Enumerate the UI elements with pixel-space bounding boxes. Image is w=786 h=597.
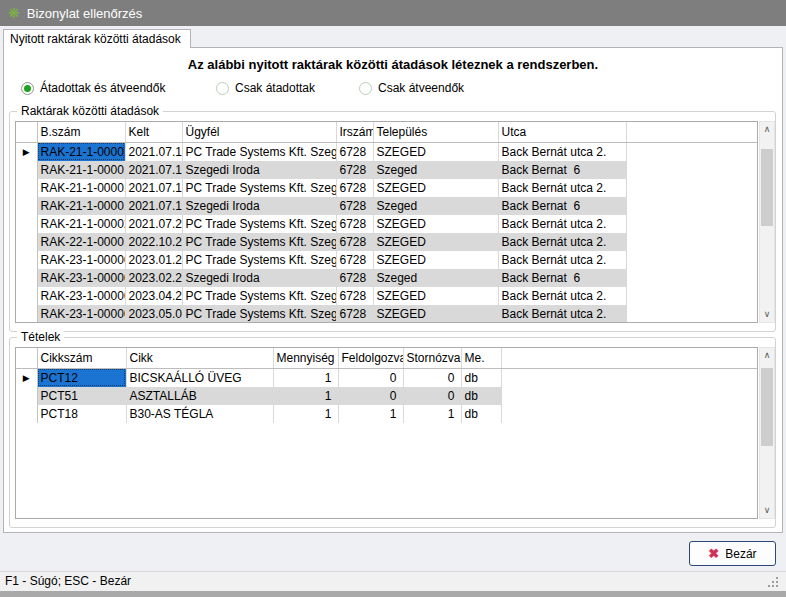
table-row[interactable]: RAK-21-1-0000162021.07.19Szegedi Iroda67… [16, 161, 757, 179]
table-cell[interactable]: Back Bernát utca 2. [498, 287, 626, 305]
table-row[interactable]: ▶PCT12BICSKAÁLLÓ ÜVEG100db [16, 368, 757, 387]
table-cell[interactable]: 2023.01.20 [125, 251, 182, 269]
table-cell[interactable]: 2023.04.20 [125, 287, 182, 305]
table-row[interactable]: PCT51ASZTALLÁB100db [16, 387, 757, 405]
table-row[interactable]: RAK-22-1-0000162022.10.24PC Trade System… [16, 233, 757, 251]
table-cell[interactable]: 1 [273, 405, 338, 423]
table-cell[interactable]: Back Bernát utca 2. [498, 179, 626, 197]
table-cell[interactable]: SZEGED [373, 251, 498, 269]
table-cell[interactable]: 6728 [336, 161, 373, 179]
table-cell[interactable]: 2021.07.19 [125, 179, 182, 197]
table-cell[interactable]: 1 [273, 387, 338, 405]
table-row[interactable]: RAK-21-1-0000192021.07.19Szegedi Iroda67… [16, 197, 757, 215]
table-cell[interactable]: PCT12 [37, 368, 126, 387]
table-cell[interactable]: RAK-21-1-000016 [37, 161, 125, 179]
table-cell[interactable]: 6728 [336, 251, 373, 269]
table-row[interactable]: PCT18B30-AS TÉGLA111db [16, 405, 757, 423]
title-bar[interactable]: ❋ Bizonylat ellenőrzés [0, 0, 786, 26]
table-cell[interactable]: SZEGED [373, 305, 498, 323]
column-header[interactable]: Feldolgozva [338, 348, 403, 368]
table-row[interactable]: RAK-21-1-0000232021.07.20PC Trade System… [16, 215, 757, 233]
table-cell[interactable]: 0 [403, 387, 461, 405]
table-cell[interactable]: 6728 [336, 269, 373, 287]
table-cell[interactable]: RAK-21-1-000019 [37, 197, 125, 215]
table-cell[interactable]: SZEGED [373, 142, 498, 161]
table-cell[interactable]: RAK-23-1-000001 [37, 251, 125, 269]
table-row[interactable]: RAK-23-1-0000022023.02.20Szegedi Iroda67… [16, 269, 757, 287]
table-cell[interactable]: RAK-23-1-000002 [37, 269, 125, 287]
table-cell[interactable]: Back Bernat 6 [498, 197, 626, 215]
items-grid[interactable]: CikkszámCikkMennyiségFeldolgozvaStornózv… [15, 347, 758, 519]
table-cell[interactable]: 2022.10.24 [125, 233, 182, 251]
table-cell[interactable]: Szeged [373, 197, 498, 215]
table-cell[interactable]: Back Bernát utca 2. [498, 233, 626, 251]
table-cell[interactable]: 2021.07.19 [125, 197, 182, 215]
table-cell[interactable]: Szegedi Iroda [182, 161, 336, 179]
resize-grip-icon[interactable] [776, 585, 778, 587]
table-cell[interactable]: 1 [403, 405, 461, 423]
column-header[interactable]: Irszám [336, 122, 373, 142]
table-cell[interactable]: PC Trade Systems Kft. Szeged k [182, 287, 336, 305]
scrollbar-thumb[interactable] [761, 149, 773, 226]
table-cell[interactable]: 6728 [336, 197, 373, 215]
column-header[interactable]: Stornózva [403, 348, 461, 368]
table-row[interactable]: RAK-21-1-0000182021.07.19PC Trade System… [16, 179, 757, 197]
table-cell[interactable]: SZEGED [373, 179, 498, 197]
table-cell[interactable]: RAK-21-1-000011 [37, 142, 125, 161]
table-cell[interactable]: Back Bernát utca 2. [498, 305, 626, 323]
table-cell[interactable]: PC Trade Systems Kft. Szeged k [182, 251, 336, 269]
table-cell[interactable]: B30-AS TÉGLA [126, 405, 273, 423]
table-cell[interactable]: PC Trade Systems Kft. Szeged k [182, 305, 336, 323]
scroll-up-icon[interactable]: ∧ [760, 348, 774, 363]
table-row[interactable]: RAK-23-1-0000012023.01.20PC Trade System… [16, 251, 757, 269]
table-cell[interactable]: SZEGED [373, 233, 498, 251]
tab-open-warehouse-transfers[interactable]: Nyitott raktárak közötti átadások [3, 29, 191, 48]
column-header[interactable]: B.szám [37, 122, 125, 142]
table-cell[interactable]: PCT18 [37, 405, 126, 423]
table-cell[interactable]: PC Trade Systems Kft. Szeged k [182, 215, 336, 233]
transfers-grid[interactable]: B.számKeltÜgyfélIrszámTelepülésUtca▶RAK-… [15, 121, 758, 323]
column-header[interactable]: Cikkszám [37, 348, 126, 368]
table-cell[interactable]: PC Trade Systems Kft. Szeged k [182, 142, 336, 161]
scroll-down-icon[interactable]: ∨ [760, 503, 774, 518]
table-cell[interactable]: db [461, 387, 501, 405]
column-header[interactable]: Cikk [126, 348, 273, 368]
table-cell[interactable]: PCT51 [37, 387, 126, 405]
table-row[interactable]: RAK-23-1-0000032023.04.20PC Trade System… [16, 287, 757, 305]
table-cell[interactable]: 0 [338, 368, 403, 387]
table-cell[interactable]: 6728 [336, 305, 373, 323]
table-cell[interactable]: 2021.07.19 [125, 142, 182, 161]
table-cell[interactable]: 6728 [336, 215, 373, 233]
table-cell[interactable]: ASZTALLÁB [126, 387, 273, 405]
column-header[interactable]: Település [373, 122, 498, 142]
table-cell[interactable]: Back Bernát utca 2. [498, 142, 626, 161]
table-cell[interactable]: 2021.07.20 [125, 215, 182, 233]
table-cell[interactable]: Szeged [373, 161, 498, 179]
table-cell[interactable]: Back Bernát utca 2. [498, 251, 626, 269]
table-cell[interactable]: 6728 [336, 287, 373, 305]
table-cell[interactable]: db [461, 405, 501, 423]
column-header[interactable]: Mennyiség [273, 348, 338, 368]
table-cell[interactable]: RAK-21-1-000018 [37, 179, 125, 197]
table-cell[interactable]: 2023.02.20 [125, 269, 182, 287]
scrollbar-thumb[interactable] [761, 368, 773, 446]
table-cell[interactable]: 2023.05.02 [125, 305, 182, 323]
table-cell[interactable]: Szegedi Iroda [182, 197, 336, 215]
table-cell[interactable]: RAK-23-1-000004 [37, 305, 125, 323]
table-row[interactable]: RAK-23-1-0000042023.05.02PC Trade System… [16, 305, 757, 323]
table-cell[interactable]: PC Trade Systems Kft. Szeged k [182, 179, 336, 197]
table-cell[interactable]: SZEGED [373, 287, 498, 305]
table-cell[interactable]: Back Bernát utca 2. [498, 215, 626, 233]
table-cell[interactable]: 0 [338, 387, 403, 405]
table-cell[interactable]: SZEGED [373, 215, 498, 233]
radio-transferred-and-receivable[interactable]: Átadottak és átveendők [21, 81, 165, 95]
scroll-down-icon[interactable]: ∨ [760, 307, 774, 322]
column-header[interactable]: Kelt [125, 122, 182, 142]
table-cell[interactable]: 1 [338, 405, 403, 423]
table-row[interactable]: ▶RAK-21-1-0000112021.07.19PC Trade Syste… [16, 142, 757, 161]
column-header[interactable]: Me. [461, 348, 501, 368]
table-cell[interactable]: 6728 [336, 142, 373, 161]
transfers-scrollbar[interactable]: ∧ ∨ [759, 121, 775, 323]
close-button[interactable]: ✖ Bezár [689, 541, 776, 566]
radio-only-receivable[interactable]: Csak átveendők [359, 81, 464, 95]
